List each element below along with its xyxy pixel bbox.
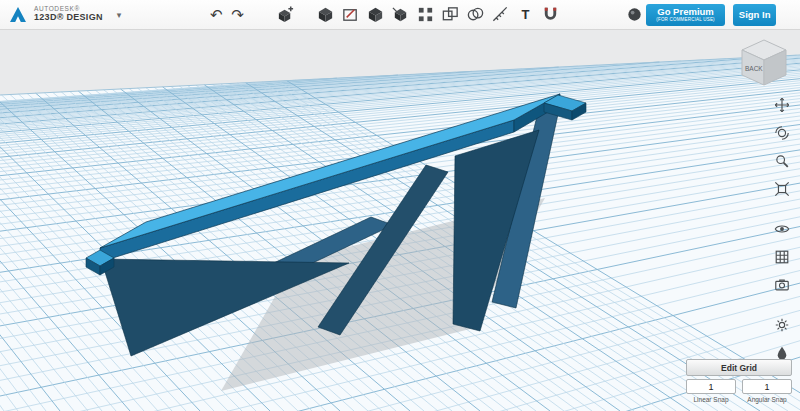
modify-tool[interactable] — [388, 3, 412, 27]
go-premium-button[interactable]: Go Premium (FOR COMMERCIAL USE) — [646, 4, 726, 26]
redo-button[interactable]: ↷ — [227, 4, 248, 26]
orbit-icon — [774, 125, 790, 141]
insert-part-icon — [276, 5, 295, 24]
fit-view-tool[interactable] — [770, 177, 794, 201]
snap-tool[interactable] — [538, 3, 562, 27]
menu-chevron-icon[interactable]: ▾ — [117, 10, 122, 20]
sign-in-button[interactable]: Sign In — [733, 4, 776, 26]
settings-tool[interactable] — [770, 313, 794, 337]
modify-icon — [391, 5, 410, 24]
angular-snap-label: Angular Snap — [747, 396, 786, 403]
combine-tool[interactable] — [463, 3, 487, 27]
snap-inputs-row: Linear Snap Angular Snap — [686, 379, 792, 403]
grouping-icon — [441, 5, 460, 24]
app-logo[interactable]: AUTODESK® 123D® DESIGN ▾ — [8, 5, 154, 25]
fit-view-icon — [774, 181, 790, 197]
app-window: AUTODESK® 123D® DESIGN ▾ ↶ ↷ — [0, 0, 800, 411]
grouping-tool[interactable] — [438, 3, 462, 27]
zoom-icon — [774, 153, 790, 169]
edit-grid-button[interactable]: Edit Grid — [686, 359, 792, 376]
pan-icon — [774, 97, 790, 113]
camera-icon — [774, 277, 790, 293]
modeling-tool-group: T — [313, 3, 562, 27]
text-tool[interactable]: T — [513, 3, 537, 27]
brand-text: AUTODESK® 123D® DESIGN — [34, 6, 103, 22]
construct-icon — [366, 5, 385, 24]
linear-snap-label: Linear Snap — [693, 396, 728, 403]
grid-display-tool[interactable] — [770, 245, 794, 269]
right-toolbar — [770, 93, 794, 365]
view-cube[interactable]: BACK — [736, 35, 792, 91]
gear-icon — [774, 317, 790, 333]
text-tool-icon: T — [522, 7, 530, 22]
measure-icon — [491, 5, 510, 24]
insert-part-tool[interactable] — [274, 3, 297, 27]
combine-icon — [466, 5, 485, 24]
sketch-tool[interactable] — [338, 3, 362, 27]
construct-tool[interactable] — [363, 3, 387, 27]
go-premium-label: Go Premium — [657, 7, 714, 17]
zoom-tool[interactable] — [770, 149, 794, 173]
magnet-icon — [541, 5, 560, 24]
material-tool[interactable] — [622, 3, 645, 27]
view-cube-face-label[interactable]: BACK — [745, 65, 763, 72]
autodesk-logo-icon — [8, 5, 28, 25]
toolbar-divider — [770, 205, 794, 213]
pattern-icon — [416, 5, 435, 24]
sketch-icon — [341, 5, 360, 24]
undo-button[interactable]: ↶ — [206, 4, 227, 26]
measure-tool[interactable] — [488, 3, 512, 27]
workspace-grid[interactable] — [0, 31, 800, 411]
top-toolbar: AUTODESK® 123D® DESIGN ▾ ↶ ↷ — [0, 0, 800, 30]
toolbar-divider — [770, 301, 794, 309]
grid-icon — [774, 249, 790, 265]
visibility-tool[interactable] — [770, 217, 794, 241]
viewport-canvas[interactable]: BACK — [0, 31, 800, 411]
linear-snap-input[interactable] — [686, 379, 736, 394]
orbit-tool[interactable] — [770, 121, 794, 145]
go-premium-sublabel: (FOR COMMERCIAL USE) — [656, 18, 715, 23]
eye-icon — [774, 221, 790, 237]
primitives-icon — [316, 5, 335, 24]
pan-tool[interactable] — [770, 93, 794, 117]
snapshot-tool[interactable] — [770, 273, 794, 297]
brand-line2: 123D® DESIGN — [34, 13, 103, 22]
primitives-tool[interactable] — [313, 3, 337, 27]
material-icon — [625, 5, 644, 24]
angular-snap-input[interactable] — [742, 379, 792, 394]
grid-snap-panel: Edit Grid Linear Snap Angular Snap — [686, 357, 792, 404]
pattern-tool[interactable] — [413, 3, 437, 27]
